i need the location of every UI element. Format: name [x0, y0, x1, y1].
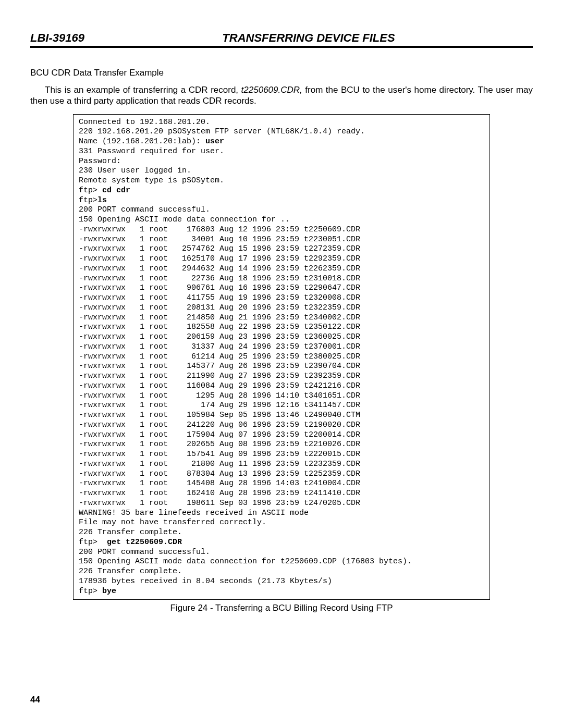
filename-italic: t2250609.CDR,	[241, 85, 302, 95]
para-lead: This is an example of transferring a CDR…	[45, 85, 241, 95]
figure-caption: Figure 24 - Transferring a BCU Billing R…	[30, 603, 533, 613]
intro-paragraph: This is an example of transferring a CDR…	[30, 84, 533, 107]
terminal-content: Connected to 192.168.201.20. 220 192.168…	[79, 118, 484, 597]
terminal-box: Connected to 192.168.201.20. 220 192.168…	[73, 114, 490, 600]
page-title: TRANSFERRING DEVICE FILES	[84, 31, 533, 45]
page-header: LBI-39169 TRANSFERRING DEVICE FILES	[30, 31, 533, 48]
section-title: BCU CDR Data Transfer Example	[30, 68, 533, 78]
doc-id: LBI-39169	[30, 31, 84, 45]
page-number: 44	[30, 695, 40, 705]
page: LBI-39169 TRANSFERRING DEVICE FILES BCU …	[0, 0, 563, 728]
